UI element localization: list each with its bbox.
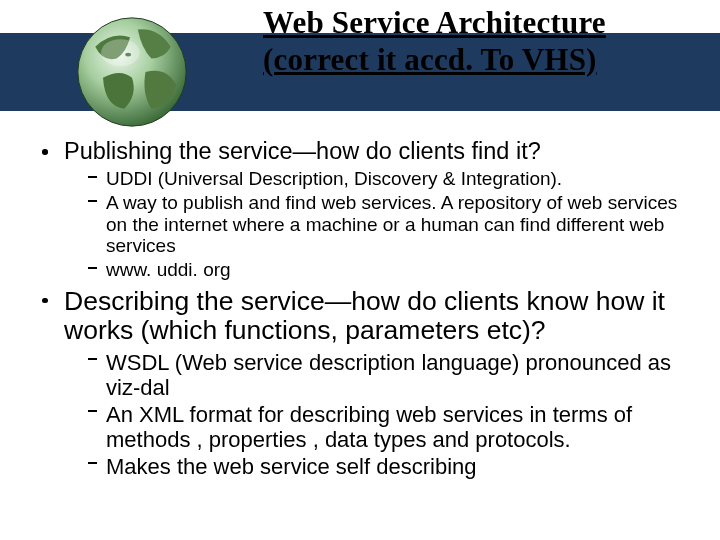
bullet-level2: WSDL (Web service description language) … (64, 350, 686, 400)
bullet-level2: UDDI (Universal Description, Discovery &… (64, 168, 686, 190)
bullet-level2: www. uddi. org (64, 259, 686, 281)
svg-point-3 (101, 39, 140, 66)
globe-icon (74, 14, 190, 130)
bullet-dash-icon (88, 176, 97, 178)
bullet-text: www. uddi. org (106, 259, 231, 280)
bullet-level2: A way to publish and find web services. … (64, 192, 686, 257)
bullet-text: UDDI (Universal Description, Discovery &… (106, 168, 562, 189)
bullet-dash-icon (88, 200, 97, 202)
bullet-dash-icon (88, 358, 97, 360)
sub-list: WSDL (Web service description language) … (64, 350, 686, 479)
bullet-text: Describing the service—how do clients kn… (64, 286, 665, 346)
bullet-level1: Publishing the service—how do clients fi… (34, 138, 686, 164)
bullet-level2: An XML format for describing web service… (64, 402, 686, 452)
bullet-level1: Describing the service—how do clients kn… (34, 287, 686, 346)
bullet-text: Publishing the service—how do clients fi… (64, 138, 541, 164)
sub-list: UDDI (Universal Description, Discovery &… (64, 168, 686, 280)
bullet-text: An XML format for describing web service… (106, 402, 632, 452)
bullet-dot-icon (42, 298, 48, 304)
bullet-dash-icon (88, 410, 97, 412)
bullet-dash-icon (88, 267, 97, 269)
bullet-level2: Makes the web service self describing (64, 454, 686, 479)
bullet-text: Makes the web service self describing (106, 454, 477, 479)
bullet-text: WSDL (Web service description language) … (106, 350, 671, 400)
bullet-dot-icon (42, 149, 48, 155)
slide-title: Web Service Architecture (correct it acc… (263, 5, 683, 78)
bullet-dash-icon (88, 462, 97, 464)
slide-content: Publishing the service—how do clients fi… (34, 138, 686, 485)
slide: Web Service Architecture (correct it acc… (0, 0, 720, 540)
bullet-text: A way to publish and find web services. … (106, 192, 677, 256)
svg-point-1 (78, 18, 186, 126)
bullet-list: Publishing the service—how do clients fi… (34, 138, 686, 479)
